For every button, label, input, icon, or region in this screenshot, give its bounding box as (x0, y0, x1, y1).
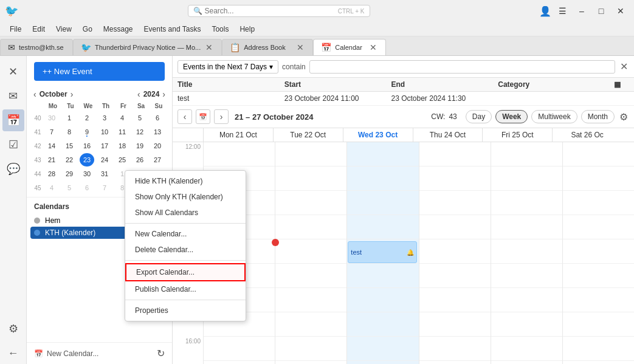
cal-day-sat[interactable] (562, 142, 634, 364)
tue-slot-9[interactable] (275, 337, 346, 361)
mini-cal-day-3[interactable]: 3 (97, 111, 112, 125)
thu-slot-7[interactable] (419, 288, 491, 312)
tab-calendar[interactable]: 📅 Calendar ✕ (313, 39, 386, 55)
mini-cal-day-25[interactable]: 25 (115, 153, 129, 167)
tue-slot-10[interactable] (275, 361, 346, 364)
new-event-button[interactable]: + + New Event (34, 62, 165, 81)
mini-cal-day-19[interactable]: 19 (133, 139, 147, 153)
mon-slot-9[interactable] (204, 337, 275, 361)
mini-cal-day-13[interactable]: 13 (150, 125, 165, 139)
mini-cal-day-6[interactable]: 6 (150, 111, 165, 125)
ctx-publish-calendar[interactable]: Publish Calendar... (125, 281, 246, 297)
sidebar-icon-chat[interactable]: 💬 (2, 158, 24, 180)
mini-cal-day-4-next[interactable]: 4 (44, 181, 59, 194)
mini-cal-day-5[interactable]: 5 (133, 111, 147, 125)
sat-slot-3[interactable] (563, 191, 634, 215)
mini-cal-day-14[interactable]: 14 (44, 139, 59, 153)
view-btn-week[interactable]: Week (495, 110, 528, 123)
mini-cal-day-20[interactable]: 20 (150, 139, 165, 153)
view-btn-month[interactable]: Month (581, 110, 615, 123)
mini-cal-day-12[interactable]: 12 (133, 125, 147, 139)
mini-cal-day-5-next[interactable]: 5 (62, 181, 77, 194)
thu-slot-2[interactable] (419, 167, 491, 191)
mini-cal-day-30[interactable]: 30 (80, 167, 94, 180)
sat-slot-6[interactable] (563, 264, 634, 288)
mini-cal-day-18[interactable]: 18 (115, 139, 129, 153)
thu-slot-3[interactable] (419, 191, 491, 215)
mini-cal-day-10[interactable]: 10 (97, 125, 112, 139)
mini-cal-day-21[interactable]: 21 (44, 153, 59, 167)
tue-slot-2[interactable] (275, 167, 346, 191)
filter-dropdown[interactable]: Events in the Next 7 Days ▾ (177, 60, 278, 74)
mini-cal-prev-month[interactable]: ‹ (32, 89, 38, 99)
menu-events-tasks[interactable]: Events and Tasks (139, 24, 206, 35)
table-row[interactable]: test 23 October 2024 11:00 23 October 20… (173, 92, 634, 106)
view-btn-day[interactable]: Day (466, 110, 492, 123)
tue-slot-6[interactable] (275, 264, 346, 288)
ctx-new-calendar[interactable]: New Calendar... (125, 226, 246, 242)
fri-slot-8[interactable] (491, 312, 562, 337)
thu-slot-9[interactable] (419, 337, 491, 361)
mini-cal-next-year[interactable]: › (160, 89, 167, 99)
mini-cal-day-11[interactable]: 11 (115, 125, 129, 139)
mini-cal-day-30-prev[interactable]: 30 (44, 111, 59, 125)
filter-search-input[interactable] (309, 60, 615, 74)
sidebar-icon-settings[interactable]: ⚙ (2, 318, 24, 340)
menu-tools[interactable]: Tools (207, 24, 233, 35)
tab-privacy-close[interactable]: ✕ (204, 43, 214, 52)
sat-slot-10[interactable] (563, 361, 634, 364)
thu-slot-4[interactable] (419, 215, 491, 239)
wed-slot-4[interactable] (347, 215, 418, 239)
mon-slot-10[interactable] (204, 361, 275, 364)
ctx-show-only-kth[interactable]: Show Only KTH (Kalender) (125, 189, 246, 205)
cal-day-wed[interactable]: test 🔔 (346, 142, 418, 364)
thu-slot-6[interactable] (419, 264, 491, 288)
search-box[interactable]: 🔍 CTRL + K (188, 5, 370, 17)
sat-slot-2[interactable] (563, 167, 634, 191)
fri-slot-2[interactable] (491, 167, 562, 191)
mon-slot-1[interactable] (204, 142, 275, 167)
tue-slot-1[interactable] (275, 142, 346, 167)
mini-cal-day-1[interactable]: 1 (62, 111, 77, 125)
mini-cal-day-7[interactable]: 7 (44, 125, 59, 139)
thu-slot-5[interactable] (419, 239, 491, 264)
mini-cal-day-27[interactable]: 27 (150, 153, 165, 167)
cal-next-btn[interactable]: › (214, 109, 229, 124)
sat-slot-1[interactable] (563, 142, 634, 167)
menu-help[interactable]: Help (235, 24, 260, 35)
menu-edit[interactable]: Edit (27, 24, 50, 35)
fri-slot-1[interactable] (491, 142, 562, 167)
wed-slot-1[interactable] (347, 142, 418, 167)
sidebar-icon-back[interactable]: ← (2, 342, 24, 364)
tue-slot-4[interactable] (275, 215, 346, 239)
fri-slot-3[interactable] (491, 191, 562, 215)
mini-cal-day-15[interactable]: 15 (62, 139, 77, 153)
wed-slot-9[interactable] (347, 337, 418, 361)
fri-slot-7[interactable] (491, 288, 562, 312)
menu-btn[interactable]: ☰ (554, 4, 571, 18)
fri-slot-6[interactable] (491, 264, 562, 288)
sidebar-icon-mail[interactable]: ✉ (2, 85, 24, 107)
tue-slot-8[interactable] (275, 312, 346, 337)
tab-calendar-close[interactable]: ✕ (368, 43, 378, 52)
tab-privacy[interactable]: 🐦 Thunderbird Privacy Notice — Mo... ✕ (73, 39, 222, 55)
wed-slot-10[interactable] (347, 361, 418, 364)
minimize-btn[interactable]: – (573, 4, 590, 18)
sidebar-icon-tasks[interactable]: ☑ (2, 134, 24, 156)
mini-cal-next-month[interactable]: › (69, 89, 75, 99)
mini-cal-day-31[interactable]: 31 (97, 167, 112, 180)
mini-cal-day-2[interactable]: 2 (80, 111, 94, 125)
sat-slot-9[interactable] (563, 337, 634, 361)
mini-cal-day-22[interactable]: 22 (62, 153, 77, 167)
mini-cal-prev-year[interactable]: ‹ (136, 89, 142, 99)
cal-day-tue[interactable] (275, 142, 346, 364)
ctx-export-calendar[interactable]: Export Calendar... (125, 263, 246, 281)
fri-slot-10[interactable] (491, 361, 562, 364)
mini-cal-day-17[interactable]: 17 (97, 139, 112, 153)
mini-cal-day-8[interactable]: 8 (62, 125, 77, 139)
cal-day-thu[interactable] (419, 142, 491, 364)
fri-slot-9[interactable] (491, 337, 562, 361)
menu-message[interactable]: Message (98, 24, 138, 35)
sat-slot-5[interactable] (563, 239, 634, 264)
mini-cal-day-28[interactable]: 28 (44, 167, 59, 180)
